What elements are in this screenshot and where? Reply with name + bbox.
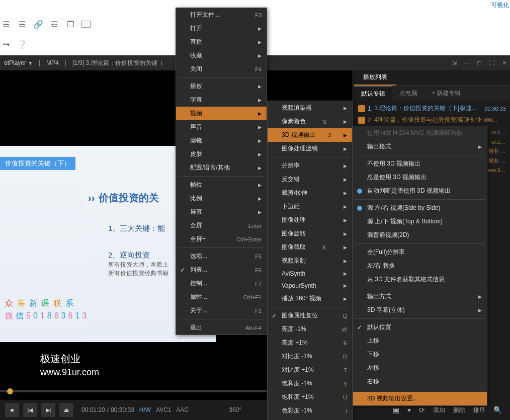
menu-item[interactable]: 源普通视频(2D): [353, 228, 487, 242]
menu-item[interactable]: 对比度 +1%T: [268, 363, 352, 377]
menu-item-label: 图像截取: [282, 243, 306, 251]
menu-item[interactable]: 反交错▶: [268, 173, 352, 186]
fullscreen-icon[interactable]: ⛶: [489, 59, 495, 66]
menu-item[interactable]: 裁剪/拉伸▶: [268, 186, 352, 200]
prev-button[interactable]: |◀: [23, 403, 37, 417]
menu-item[interactable]: ✓默认位置: [353, 320, 487, 334]
stop-button[interactable]: ■: [5, 403, 19, 417]
rect-icon[interactable]: [81, 21, 91, 28]
menu-item[interactable]: 皮肤▶: [176, 147, 267, 161]
menu-item[interactable]: AviSynth▶: [268, 268, 352, 280]
link-icon[interactable]: 🔗: [33, 19, 43, 29]
menu-item[interactable]: 色彩度 +1%O: [268, 417, 352, 420]
add-button[interactable]: 添加: [433, 406, 445, 414]
search-icon[interactable]: 🔍: [493, 406, 502, 414]
pl-icon-1[interactable]: ▣: [393, 406, 399, 414]
pl-icon-3[interactable]: ⟳: [419, 406, 425, 414]
menu-item[interactable]: 直播▶: [176, 35, 267, 49]
menu-item[interactable]: 关闭F4: [176, 62, 267, 76]
delete-button[interactable]: 删除: [453, 406, 465, 414]
menu-item[interactable]: 对比度 -1%R: [268, 350, 352, 363]
close-icon[interactable]: ✕: [502, 59, 507, 66]
menu-item[interactable]: 退出Alt+F4: [176, 321, 267, 334]
menu-item[interactable]: 亮度 -1%W: [268, 322, 352, 336]
app-name[interactable]: otPlayer▼: [4, 59, 33, 66]
menu-item[interactable]: ✓列表...F6: [176, 263, 267, 277]
menu-item[interactable]: 像素着色S▶: [268, 115, 352, 128]
menu-item[interactable]: 滤镜▶: [176, 134, 267, 147]
menu-item[interactable]: VapourSynth▶: [268, 280, 352, 292]
playlist-item[interactable]: 2. 4理论篇：价值投资与趋势投资[极速创业 ww...: [357, 114, 507, 126]
menu-item[interactable]: 打开文件...F3: [176, 8, 267, 22]
eject-button[interactable]: ⏏: [59, 403, 73, 417]
menu-item[interactable]: 屏幕▶: [176, 205, 267, 219]
menu-item[interactable]: 上移: [353, 334, 487, 348]
sort-button[interactable]: 排序: [473, 406, 485, 414]
menu-item[interactable]: 不使用 3D 视频输出: [353, 157, 487, 171]
next-button[interactable]: ▶|: [41, 403, 55, 417]
menu-item[interactable]: 控制...F7: [176, 277, 267, 290]
menu-item[interactable]: 总是使用 3D 视频输出: [353, 171, 487, 184]
minimize-icon[interactable]: —: [464, 59, 470, 66]
menu-item[interactable]: 图像处理▶: [268, 213, 352, 227]
list-icon[interactable]: ☲: [49, 19, 59, 29]
menu-item[interactable]: 收藏▶: [176, 49, 267, 62]
menu-item[interactable]: 色彩度 -1%I: [268, 404, 352, 417]
tab-this-pc[interactable]: 此电脑: [392, 86, 424, 101]
redo-icon[interactable]: ↪: [1, 39, 11, 49]
menu-item[interactable]: 播放▶: [176, 79, 267, 93]
menu-item[interactable]: 图像截取K▶: [268, 240, 352, 254]
menu-item[interactable]: 饱和度 -1%Y: [268, 377, 352, 390]
menu-item[interactable]: 源 上/下 视频(Top & Bottom): [353, 215, 487, 228]
menu-item[interactable]: 从 3D 文件名获取其格式信息: [353, 273, 487, 286]
menu-item[interactable]: 属性...Ctrl+F1: [176, 290, 267, 304]
menu-item[interactable]: 分辨率▶: [268, 159, 352, 173]
menu-item[interactable]: 3D 视频输出J▶: [268, 128, 352, 142]
menu-item[interactable]: 下移: [353, 348, 487, 361]
menu-item[interactable]: 下边距▶: [268, 200, 352, 213]
menu-item[interactable]: 帧位▶: [176, 178, 267, 192]
visualize-link[interactable]: 可视化: [491, 1, 509, 10]
maximize-icon[interactable]: ◻: [477, 59, 482, 66]
menu-item[interactable]: 左移: [353, 361, 487, 375]
menu-item[interactable]: 饱和度 +1%U: [268, 390, 352, 404]
menu-item[interactable]: 视频渲染器▶: [268, 101, 352, 115]
menu-item[interactable]: 输出格式▶: [353, 140, 487, 153]
menu-item[interactable]: 配置/语言/其他▶: [176, 161, 267, 175]
tab-new-album[interactable]: + 新建专辑: [424, 86, 468, 101]
tab-default-album[interactable]: 默认专辑: [354, 86, 392, 101]
menu-item[interactable]: 比例▶: [176, 192, 267, 205]
menu-item[interactable]: ✓图像属性复位Q: [268, 309, 352, 322]
pl-icon-2[interactable]: ▾: [407, 406, 411, 414]
menu-item[interactable]: 声音▶: [176, 120, 267, 134]
menu-item[interactable]: 输出方式▶: [353, 290, 487, 303]
menu-item[interactable]: 源 左/右 视频(Side by Side): [353, 201, 487, 215]
menu-item[interactable]: 全屏Enter: [176, 219, 267, 232]
pin-icon[interactable]: ⇲: [452, 59, 457, 66]
menu-item[interactable]: 视频录制▶: [268, 254, 352, 268]
align-left-icon[interactable]: ☰: [1, 19, 11, 29]
copy-icon[interactable]: ❐: [65, 19, 75, 29]
menu-item[interactable]: 右移: [353, 375, 487, 388]
menu-item[interactable]: 图像旋转▶: [268, 227, 352, 240]
menu-item[interactable]: 关于...F1: [176, 304, 267, 317]
help-icon[interactable]: ❔: [17, 39, 27, 49]
menu-item[interactable]: 图像处理滤镜▶: [268, 142, 352, 155]
menu-item[interactable]: 播放 360° 视频▶: [268, 292, 352, 305]
menu-item[interactable]: 字幕▶: [176, 93, 267, 107]
menu-item[interactable]: 选项...F5: [176, 249, 267, 263]
menu-item[interactable]: 亮度 +1%E: [268, 336, 352, 350]
menu-item[interactable]: 全屏+Ctrl+Enter: [176, 232, 267, 246]
menu-item[interactable]: 打开▶: [176, 22, 267, 35]
menu-item[interactable]: 3D 字幕(立体)▶: [353, 303, 487, 317]
playlist-title[interactable]: 播放列表: [354, 70, 396, 86]
menu-item[interactable]: 自动判断是否使用 3D 视频输出: [353, 184, 487, 198]
align-right-icon[interactable]: ☰: [17, 19, 27, 29]
menu-item[interactable]: 视频▶: [176, 107, 267, 120]
menu-item[interactable]: 左/右 替换: [353, 259, 487, 273]
360-label[interactable]: 360°: [229, 406, 241, 413]
menu-item[interactable]: 3D 视频输出设置...: [353, 392, 487, 405]
menu-item[interactable]: 全(Full)分辨率: [353, 245, 487, 259]
playlist-item[interactable]: 1. 3.理论篇：价值投资的关键（下[极速... 00:30:33: [357, 103, 507, 114]
progress-knob[interactable]: [7, 388, 13, 394]
